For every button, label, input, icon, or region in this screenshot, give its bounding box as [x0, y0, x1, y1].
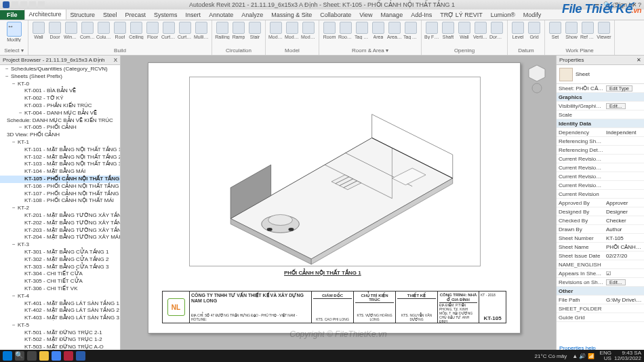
tree-node[interactable]: KT-101 - MẶT BẰNG NỘI THẤT TẦNG 1 [0, 146, 120, 154]
app-revit[interactable] [76, 351, 85, 361]
tree-node[interactable]: KT-202 - MẶT BẰNG TƯỜNG XÂY TẦNG 2 [0, 220, 120, 227]
tab-systems[interactable]: Systems [150, 10, 182, 20]
tree-node[interactable]: KT-001 - BÌA BẢN VẼ [0, 87, 120, 95]
tree-node[interactable]: Schedule: DANH MỤC BẢN VẼ KIẾN TRÚC [0, 117, 120, 125]
prop-row[interactable]: Sheet NumberKT-105 [557, 234, 644, 243]
prop-row[interactable]: Appears In She…☑ [557, 269, 644, 278]
prop-row[interactable]: Referencing Det… [557, 146, 644, 155]
ribbon-dormer[interactable]: Dormer [489, 22, 504, 39]
ribbon-area[interactable]: Area [371, 22, 386, 39]
edit-button[interactable]: Edit… [606, 103, 626, 109]
prop-row[interactable]: Current Revisio… [557, 181, 644, 190]
prop-row[interactable]: Guide Grid [557, 313, 644, 322]
prop-row[interactable]: Drawn ByAuthor [557, 225, 644, 234]
prop-section-header[interactable]: Other [557, 287, 644, 296]
ribbon-viewer[interactable]: Viewer [597, 22, 611, 39]
ribbon-model-text[interactable]: Model Text [268, 22, 283, 39]
ribbon-roof[interactable]: Roof [113, 22, 127, 39]
ribbon-shaft[interactable]: Shaft [441, 22, 456, 39]
ribbon-level[interactable]: Level [510, 22, 525, 39]
tree-node[interactable]: KT-104 - MẶT BẰNG MÁI [0, 168, 120, 176]
maximize-button[interactable]: ▢ [606, 0, 625, 9]
tray-icons[interactable]: ▲ 🔊 📶 [572, 353, 594, 359]
minimize-button[interactable]: ━ [587, 0, 606, 9]
tree-node[interactable]: KT-403 - MẶT BẰNG LÁT SÀN TẦNG 3 [0, 315, 120, 322]
tree-node[interactable]: KT-103 - MẶT BẰNG NỘI THẤT TẦNG 3 [0, 161, 120, 168]
drawing-canvas[interactable]: PHỐI CẢNH NỘI THẤT TẦNG 1 NL CÔNG TY TNH… [121, 56, 556, 353]
ribbon-room-separator[interactable]: Room Separator [338, 22, 353, 39]
prop-row[interactable]: Current Revisio… [557, 155, 644, 163]
tree-node[interactable]: −KT-3 [0, 241, 120, 249]
ribbon-ceiling[interactable]: Ceiling [129, 22, 144, 39]
prop-row[interactable]: NAME_ENGLISH [557, 260, 644, 269]
tab-massing-site[interactable]: Massing & Site [267, 10, 316, 20]
prop-section-header[interactable]: Graphics [557, 93, 644, 102]
tab-tr-l-revit[interactable]: TRỢ LÝ REVIT [436, 10, 487, 20]
prop-row[interactable]: DependencyIndependent [557, 128, 644, 137]
tab-analyze[interactable]: Analyze [237, 10, 267, 20]
tree-node[interactable]: KT-501 - MẶT ĐỨNG TRỤC 2-1 [0, 329, 120, 337]
tab-precast[interactable]: Precast [121, 10, 150, 20]
instance-selector[interactable]: Sheet: PHỐI CẢNH N [557, 85, 605, 92]
view-cube[interactable] [526, 62, 548, 95]
ribbon-curtain-system[interactable]: Curtain System [161, 22, 176, 39]
ribbon-room[interactable]: Room [322, 22, 337, 39]
ribbon-column[interactable]: Column [96, 22, 111, 39]
ribbon-by-face[interactable]: By Face [424, 22, 439, 39]
tab-manage[interactable]: Manage [377, 10, 407, 20]
tree-node[interactable]: 3D View: PHỐI CẢNH [0, 132, 120, 139]
app-chrome[interactable] [52, 351, 61, 361]
qat-undo-icon[interactable] [29, 1, 36, 8]
tree-node[interactable]: KT-102 - MẶT BẰNG NỘI THẤT TẦNG 2 [0, 154, 120, 161]
start-button[interactable] [3, 351, 12, 361]
tree-node[interactable]: −KT-2 [0, 205, 120, 212]
ribbon-model-group[interactable]: Model Group [301, 22, 316, 39]
tab-lumion-[interactable]: Lumion® [487, 10, 519, 20]
qat-redo-icon[interactable] [38, 1, 45, 8]
prop-row[interactable]: Scale [557, 110, 644, 119]
ribbon-grid[interactable]: Grid [527, 22, 542, 39]
tree-node[interactable]: KT-402 - MẶT BẰNG LÁT SÀN TẦNG 2 [0, 307, 120, 315]
ribbon-model-line[interactable]: Model Line [285, 22, 300, 39]
prop-row[interactable]: Designed ByDesigner [557, 207, 644, 216]
tree-node[interactable]: KT-108 - PHỐI CẢNH NỘI THẤT MÁI [0, 197, 120, 205]
project-browser-close[interactable]: X [114, 57, 117, 63]
ribbon-vertical[interactable]: Vertical [473, 22, 488, 39]
tree-node[interactable]: KT-303 - MẶT BẰNG CỬA TẦNG 3 [0, 264, 120, 271]
tree-node[interactable]: KT-502 - MẶT ĐỨNG TRỤC 1-2 [0, 336, 120, 344]
tab-insert[interactable]: Insert [182, 10, 205, 20]
tree-node[interactable]: KT-401 - MẶT BẰNG LÁT SÀN TẦNG 1 [0, 300, 120, 308]
windows-taskbar[interactable]: 🔍 21°C Có mây ▲ 🔊 📶 ENG US 9:43 SA 12/03… [0, 350, 644, 362]
tab-steel[interactable]: Steel [99, 10, 121, 20]
tab-collaborate[interactable]: Collaborate [316, 10, 355, 20]
task-view-icon[interactable] [27, 351, 37, 361]
close-button[interactable]: ✕ [625, 0, 644, 9]
ribbon-area-boundary[interactable]: Area Boundary [387, 22, 402, 39]
tree-node[interactable]: KT-203 - MẶT BẰNG TƯỜNG XÂY TẦNG 3 [0, 227, 120, 235]
ribbon-curtain-grid[interactable]: Curtain Grid [178, 22, 193, 39]
search-icon[interactable]: 🔍 [15, 351, 24, 361]
ribbon-ramp[interactable]: Ramp [231, 22, 246, 39]
ribbon-ref-plane[interactable]: Ref Plane [580, 22, 595, 39]
tree-node[interactable]: −KT-1 [0, 139, 120, 146]
properties-close-icon[interactable]: ✕ [637, 57, 641, 63]
edit-type-button[interactable]: Edit Type [606, 85, 632, 92]
weather-widget[interactable]: 21°C Có mây [535, 353, 567, 359]
prop-row[interactable]: Current Revision [557, 190, 644, 199]
tree-node[interactable]: KT-305 - CHI TIẾT CỬA [0, 278, 120, 285]
group-select[interactable]: Select ▾ [3, 47, 25, 55]
ribbon-railing[interactable]: Railing [215, 22, 230, 39]
tree-node[interactable]: KT-107 - PHỐI CẢNH NỘI THẤT TẦNG 3 [0, 190, 120, 198]
ribbon-window[interactable]: Window [64, 22, 79, 39]
qat-save-icon[interactable] [20, 1, 27, 8]
qat-open-icon[interactable] [12, 1, 18, 8]
tree-node[interactable]: KT-106 - PHỐI CẢNH NỘI THẤT TẦNG 2 [0, 183, 120, 190]
tree-node[interactable]: −KT-004 - DANH MỤC BẢN VẼ [0, 110, 120, 117]
ribbon-component[interactable]: Component [80, 22, 95, 39]
tab-architecture[interactable]: Architecture [24, 9, 66, 20]
prop-row[interactable]: File PathG:\My Drive\3… [557, 296, 644, 304]
tree-node[interactable]: KT-302 - MẶT BẰNG CỬA TẦNG 2 [0, 256, 120, 264]
prop-row[interactable]: Checked ByChecker [557, 216, 644, 225]
prop-row[interactable]: Sheet Issue Date02/27/20 [557, 252, 644, 260]
prop-row[interactable]: Sheet NamePHỐI CẢNH NỘ… [557, 243, 644, 252]
